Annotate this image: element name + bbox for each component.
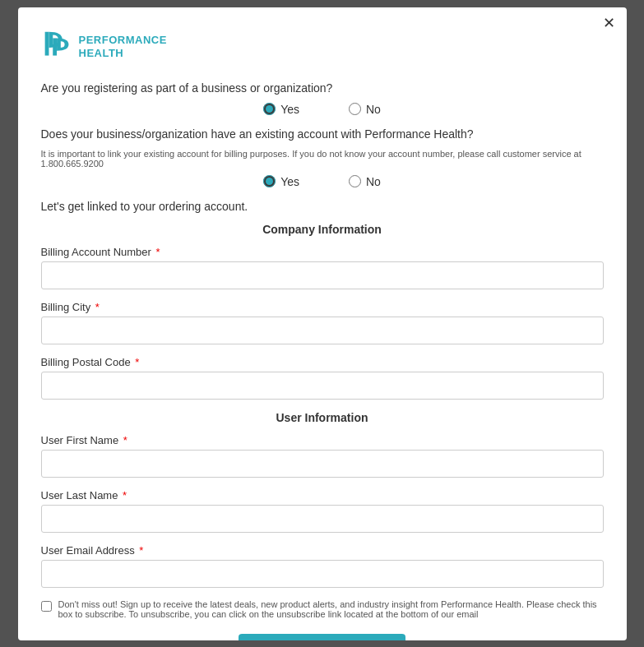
billing-postal-code-field: Billing Postal Code * bbox=[41, 356, 604, 400]
subscribe-checkbox-group: Don't miss out! Sign up to receive the l… bbox=[41, 599, 604, 619]
billing-postal-code-label: Billing Postal Code * bbox=[41, 356, 604, 368]
question1-radio-group: Yes No bbox=[41, 103, 604, 116]
question2-text: Does your business/organization have an … bbox=[41, 127, 604, 141]
question2-radio-group: Yes No bbox=[41, 175, 604, 188]
question1-no-option[interactable]: No bbox=[349, 103, 381, 116]
verify-button[interactable]: Verify bbox=[239, 634, 406, 640]
user-last-name-label: User Last Name * bbox=[41, 489, 604, 501]
billing-account-number-input[interactable] bbox=[41, 261, 604, 289]
logo-area: PERFORMANCE HEALTH bbox=[41, 27, 604, 67]
user-last-name-field: User Last Name * bbox=[41, 489, 604, 533]
billing-postal-code-input[interactable] bbox=[41, 372, 604, 400]
billing-account-number-label: Billing Account Number * bbox=[41, 246, 604, 258]
billing-account-number-field: Billing Account Number * bbox=[41, 246, 604, 289]
question1-yes-radio[interactable] bbox=[263, 103, 276, 115]
logo-icon bbox=[41, 27, 74, 67]
billing-city-field: Billing City * bbox=[41, 301, 604, 344]
close-button[interactable]: ✕ bbox=[603, 16, 615, 30]
subscribe-checkbox[interactable] bbox=[41, 601, 52, 612]
user-first-name-field: User First Name * bbox=[41, 434, 604, 478]
subscribe-text: Don't miss out! Sign up to receive the l… bbox=[58, 599, 604, 619]
billing-city-label: Billing City * bbox=[41, 301, 604, 313]
user-email-address-input[interactable] bbox=[41, 560, 604, 588]
question2-no-radio[interactable] bbox=[349, 175, 361, 187]
billing-city-input[interactable] bbox=[41, 317, 604, 344]
question1-yes-option[interactable]: Yes bbox=[263, 103, 299, 116]
question2-no-option[interactable]: No bbox=[349, 175, 381, 188]
user-last-name-input[interactable] bbox=[41, 505, 604, 533]
user-section-heading: User Information bbox=[41, 411, 604, 424]
user-email-address-field: User Email Address * bbox=[41, 544, 604, 588]
question2-yes-option[interactable]: Yes bbox=[263, 175, 299, 188]
svg-rect-2 bbox=[53, 38, 57, 55]
company-section-heading: Company Information bbox=[41, 223, 604, 236]
linked-text: Let's get linked to your ordering accoun… bbox=[41, 200, 604, 213]
user-first-name-label: User First Name * bbox=[41, 434, 604, 446]
info-text: It is important to link your existing ac… bbox=[41, 149, 604, 169]
svg-rect-1 bbox=[44, 31, 49, 55]
logo-text: PERFORMANCE HEALTH bbox=[79, 34, 167, 59]
user-first-name-input[interactable] bbox=[41, 450, 604, 478]
question1-text: Are you registering as part of a busines… bbox=[41, 81, 604, 95]
question2-yes-radio[interactable] bbox=[263, 175, 276, 187]
question1-no-radio[interactable] bbox=[349, 103, 361, 115]
registration-modal: ✕ PERFORMANCE HEALTH Are you registering… bbox=[18, 7, 627, 640]
user-email-address-label: User Email Address * bbox=[41, 544, 604, 557]
